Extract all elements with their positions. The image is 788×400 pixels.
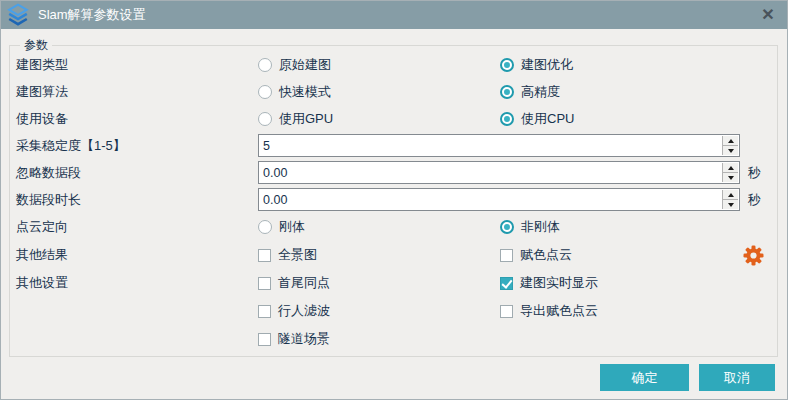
checkbox-export-colored-pointcloud[interactable] xyxy=(500,305,513,318)
row-label: 采集稳定度【1-5】 xyxy=(16,137,258,155)
close-icon[interactable]: ✕ xyxy=(757,4,779,26)
titlebar[interactable]: Slam解算参数设置 ✕ xyxy=(1,1,787,29)
radio-rigid[interactable] xyxy=(258,220,272,234)
spin-down-button[interactable] xyxy=(723,172,738,182)
checkbox-label: 建图实时显示 xyxy=(520,274,598,292)
ignore-segment-input[interactable] xyxy=(259,166,739,180)
unit-label: 秒 xyxy=(748,191,761,209)
row-device: 使用设备 使用GPU 使用CPU xyxy=(10,105,777,132)
radio-label: 原始建图 xyxy=(279,56,331,74)
radio-label: 非刚体 xyxy=(521,218,560,236)
radio-map-optimize[interactable] xyxy=(500,58,514,72)
stability-spinbox[interactable] xyxy=(258,134,740,157)
radio-label: 快速模式 xyxy=(279,83,331,101)
arrow-down-icon xyxy=(728,203,734,207)
row-ignore-segment: 忽略数据段 秒 xyxy=(10,159,777,186)
row-stability: 采集稳定度【1-5】 xyxy=(10,132,777,159)
row-map-algorithm: 建图算法 快速模式 高精度 xyxy=(10,78,777,105)
spin-up-button[interactable] xyxy=(723,190,738,199)
dialog-footer: 确定 取消 xyxy=(600,364,775,391)
arrow-up-icon xyxy=(728,139,734,143)
radio-label: 使用CPU xyxy=(521,110,574,128)
checkbox-label: 隧道场景 xyxy=(278,330,330,348)
segment-duration-input[interactable] xyxy=(259,193,739,207)
checkbox-label: 赋色点云 xyxy=(520,246,572,264)
row-label: 数据段时长 xyxy=(16,191,258,209)
radio-non-rigid[interactable] xyxy=(500,220,514,234)
spin-buttons xyxy=(722,136,738,155)
row-map-type: 建图类型 原始建图 建图优化 xyxy=(10,51,777,78)
checkbox-label: 行人滤波 xyxy=(278,302,330,320)
checkbox-label: 首尾同点 xyxy=(278,274,330,292)
radio-use-gpu[interactable] xyxy=(258,112,272,126)
arrow-down-icon xyxy=(728,149,734,153)
radio-original-map[interactable] xyxy=(258,58,272,72)
checkbox-same-start-end[interactable] xyxy=(258,277,271,290)
row-label: 点云定向 xyxy=(16,218,258,236)
checkbox-label: 全景图 xyxy=(278,246,317,264)
row-label: 使用设备 xyxy=(16,110,258,128)
row-label: 建图算法 xyxy=(16,83,258,101)
checkbox-tunnel-scene[interactable] xyxy=(258,333,271,346)
checkbox-realtime-display[interactable] xyxy=(500,277,513,290)
checkbox-pedestrian-filter[interactable] xyxy=(258,305,271,318)
radio-label: 高精度 xyxy=(521,83,560,101)
spin-buttons xyxy=(722,190,738,209)
row-segment-duration: 数据段时长 秒 xyxy=(10,186,777,213)
arrow-up-icon xyxy=(728,166,734,170)
spin-up-button[interactable] xyxy=(723,136,738,145)
radio-label: 使用GPU xyxy=(279,110,333,128)
row-other-settings-2: 行人滤波 导出赋色点云 xyxy=(10,297,777,325)
radio-label: 建图优化 xyxy=(521,56,573,74)
ok-button[interactable]: 确定 xyxy=(600,364,689,391)
unit-label: 秒 xyxy=(748,164,761,182)
spin-up-button[interactable] xyxy=(723,163,738,172)
spin-down-button[interactable] xyxy=(723,199,738,209)
radio-use-cpu[interactable] xyxy=(500,112,514,126)
cancel-button[interactable]: 取消 xyxy=(699,364,775,391)
radio-high-precision[interactable] xyxy=(500,85,514,99)
spin-down-button[interactable] xyxy=(723,145,738,155)
arrow-up-icon xyxy=(728,193,734,197)
checkbox-panorama[interactable] xyxy=(258,249,271,262)
row-other-settings-3: 隧道场景 xyxy=(10,325,777,353)
stability-input[interactable] xyxy=(259,139,739,153)
ignore-segment-spinbox[interactable] xyxy=(258,161,740,184)
row-pointcloud-orientation: 点云定向 刚体 非刚体 xyxy=(10,213,777,241)
gear-settings-icon[interactable] xyxy=(743,245,764,266)
radio-label: 刚体 xyxy=(279,218,305,236)
app-logo-icon xyxy=(5,3,31,27)
checkbox-label: 导出赋色点云 xyxy=(520,302,598,320)
spin-buttons xyxy=(722,163,738,182)
row-label: 忽略数据段 xyxy=(16,164,258,182)
slam-params-dialog: Slam解算参数设置 ✕ 参数 建图类型 原始建图 建图优化 建图算法 快速模式 xyxy=(0,0,788,400)
row-label: 其他结果 xyxy=(16,246,258,264)
row-label: 其他设置 xyxy=(16,274,258,292)
row-other-results: 其他结果 全景图 赋色点云 xyxy=(10,241,777,269)
window-title: Slam解算参数设置 xyxy=(38,6,146,24)
params-form: 建图类型 原始建图 建图优化 建图算法 快速模式 高精度 使用设 xyxy=(10,51,777,353)
row-other-settings: 其他设置 首尾同点 建图实时显示 xyxy=(10,269,777,297)
radio-fast-mode[interactable] xyxy=(258,85,272,99)
row-label: 建图类型 xyxy=(16,56,258,74)
segment-duration-spinbox[interactable] xyxy=(258,188,740,211)
arrow-down-icon xyxy=(728,176,734,180)
checkbox-colored-pointcloud[interactable] xyxy=(500,249,513,262)
